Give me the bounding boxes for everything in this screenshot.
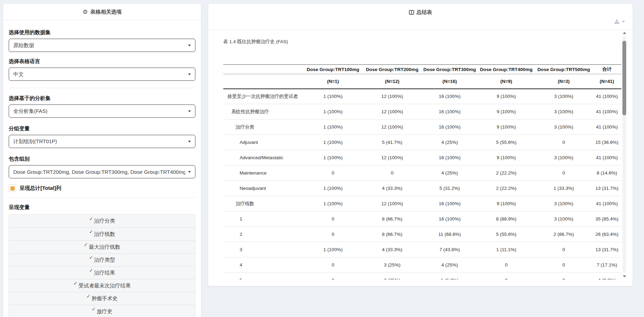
options-panel-header: ⚙ 表格相关选项: [3, 4, 201, 20]
group-variable-select[interactable]: 计划组别(TRT01P): [9, 135, 195, 148]
cell-value: 13 (31.7%): [592, 181, 621, 196]
dataset-select-value: 原始数据: [13, 42, 185, 49]
cell-value: 2 (22.2%): [478, 181, 535, 196]
include-groups-select-value: Dose Group:TRT200mg, Dose Group:TRT300mg…: [13, 169, 185, 175]
table-row: 31 (100%)4 (33.3%)7 (43.8%)1 (11.1%)013 …: [223, 242, 621, 257]
variable-option-label: 治疗分类: [94, 218, 115, 224]
table-row: 208 (66.7%)11 (68.8%)5 (55.6%)2 (66.7%)2…: [223, 227, 621, 242]
download-dropdown-button[interactable]: [614, 19, 625, 24]
cell-value: 4 (25%): [422, 257, 478, 273]
table-row: 403 (25%)4 (25%)007 (17.1%): [223, 257, 621, 273]
column-header: Dose Group:TRT500mg: [535, 65, 592, 74]
show-total-checkbox[interactable]: 呈现总计[Total]列: [9, 185, 195, 192]
cell-value: 8 (66.7%): [363, 227, 422, 242]
variables-list: ✓治疗分类✓治疗线数✓最大治疗线数✓治疗类型✓治疗结果✓受试者最末次治疗结果✓肿…: [9, 214, 195, 317]
cell-value: 16 (100%): [422, 196, 478, 211]
check-icon: ✓: [92, 306, 96, 312]
table-row: Advanced/Metastatic1 (100%)12 (100%)16 (…: [223, 150, 621, 165]
row-label: Neoadjuvant: [223, 181, 303, 196]
table-row: Neoadjuvant1 (100%)4 (33.3%)5 (31.2%)2 (…: [223, 181, 621, 196]
column-header: Dose Group:TRT300mg: [422, 65, 478, 74]
variable-option[interactable]: ✓最大治疗线数: [9, 240, 195, 253]
scrollbar-thumb[interactable]: [622, 41, 626, 115]
row-label: 3: [223, 242, 303, 257]
analysis-set-label: 选择基于的分析集: [9, 95, 195, 102]
table-columns-icon: [409, 10, 414, 15]
dataset-label: 选择使用的数据集: [9, 29, 195, 36]
cell-value: 41 (100%): [592, 150, 621, 165]
cell-value: 4 (25%): [422, 165, 478, 181]
table-row: 503 (25%)1 (6.2%)004 (9.8%): [223, 273, 621, 280]
cell-value: 0: [363, 165, 422, 181]
analysis-set-select[interactable]: 全分析集(FAS): [9, 105, 195, 118]
variable-option-label: 放疗史: [97, 308, 112, 315]
cell-value: 3 (100%): [535, 211, 592, 227]
cell-value: 1 (100%): [303, 150, 363, 165]
cell-value: 7 (43.8%): [422, 242, 478, 257]
cell-value: 3 (100%): [535, 119, 592, 135]
variable-option[interactable]: ✓治疗线数: [9, 227, 195, 240]
cell-value: 1 (100%): [303, 119, 363, 135]
cell-value: 7 (17.1%): [592, 257, 621, 273]
summary-table: Dose Group:TRT100mgDose Group:TRT200mgDo…: [223, 64, 621, 280]
dataset-select[interactable]: 原始数据: [9, 39, 195, 52]
cell-value: 12 (100%): [363, 196, 422, 211]
row-label: 4: [223, 257, 303, 273]
cell-value: 41 (100%): [592, 196, 621, 211]
summary-toolbar: [208, 18, 633, 30]
scrollbar-up-icon[interactable]: [623, 32, 626, 34]
variable-option[interactable]: ✓放疗史: [9, 305, 195, 317]
cell-value: 6 (14.6%): [592, 165, 621, 181]
table-scroll-area: 表 1.4 既往抗肿瘤治疗史 (FAS) Dose Group:TRT100mg…: [208, 30, 633, 280]
row-label: Advanced/Metastatic: [223, 150, 303, 165]
summary-panel-header: 总结表: [208, 4, 633, 18]
check-icon: ✓: [89, 268, 93, 273]
table-nheader-row: (N=1)(N=12)(N=16)(N=9)(N=3)(N=41): [223, 74, 621, 89]
cell-value: 3 (100%): [535, 150, 592, 165]
cell-value: 5 (41.7%): [363, 135, 422, 150]
variable-option[interactable]: ✓治疗类型: [9, 253, 195, 266]
cell-value: 2 (22.2%): [478, 165, 535, 181]
cell-value: 1 (11.1%): [478, 242, 535, 257]
variable-option[interactable]: ✓受试者最末次治疗结果: [9, 279, 195, 292]
app-background: ⚙ 表格相关选项 选择使用的数据集 原始数据 选择表格语言 中文 选择基于的分析…: [0, 0, 644, 317]
caret-down-icon: [188, 171, 191, 173]
cell-value: 4 (25%): [422, 135, 478, 150]
checkbox-icon: [9, 185, 16, 192]
check-icon: ✓: [86, 293, 91, 299]
table-scrollbar[interactable]: [622, 32, 626, 278]
row-label: 2: [223, 227, 303, 242]
row-label: 治疗线数: [223, 196, 303, 211]
options-panel: ⚙ 表格相关选项 选择使用的数据集 原始数据 选择表格语言 中文 选择基于的分析…: [3, 3, 201, 317]
check-icon: ✓: [89, 216, 93, 222]
cell-value: 4 (33.3%): [363, 242, 422, 257]
variable-option[interactable]: ✓肿瘤手术史: [9, 292, 195, 305]
cell-value: 1 (33.3%): [535, 181, 592, 196]
show-total-checkbox-label: 呈现总计[Total]列: [20, 185, 61, 192]
gear-icon: ⚙: [83, 9, 88, 15]
language-select[interactable]: 中文: [9, 68, 195, 81]
n-header: (N=9): [478, 74, 535, 89]
group-variable-label: 分组变量: [9, 125, 195, 132]
variable-option-label: 肿瘤手术史: [92, 295, 118, 302]
table-body: 接受至少一次抗肿瘤治疗的受试者1 (100%)12 (100%)16 (100%…: [223, 89, 621, 280]
analysis-set-select-value: 全分析集(FAS): [13, 108, 185, 115]
row-label: Maintenance: [223, 165, 303, 181]
cell-value: 5 (31.2%): [422, 181, 478, 196]
variable-option-label: 受试者最末次治疗结果: [78, 283, 131, 289]
cell-value: 41 (100%): [592, 104, 621, 119]
check-icon: ✓: [89, 229, 93, 234]
cell-value: 16 (100%): [422, 119, 478, 135]
cell-value: 5 (55.6%): [478, 227, 535, 242]
cell-value: 4 (9.8%): [592, 273, 621, 280]
table-row: 系统性抗肿瘤治疗1 (100%)12 (100%)16 (100%)9 (100…: [223, 104, 621, 119]
variable-option[interactable]: ✓治疗结果: [9, 266, 195, 279]
scrollbar-down-icon[interactable]: [623, 275, 626, 278]
cell-value: 16 (100%): [422, 89, 478, 104]
cell-value: 16 (100%): [422, 150, 478, 165]
include-groups-select[interactable]: Dose Group:TRT200mg, Dose Group:TRT300mg…: [9, 165, 195, 178]
variable-option-label: 治疗线数: [94, 231, 115, 238]
cell-value: 3 (100%): [535, 89, 592, 104]
variable-option[interactable]: ✓治疗分类: [9, 215, 195, 227]
cell-value: 12 (100%): [363, 119, 422, 135]
